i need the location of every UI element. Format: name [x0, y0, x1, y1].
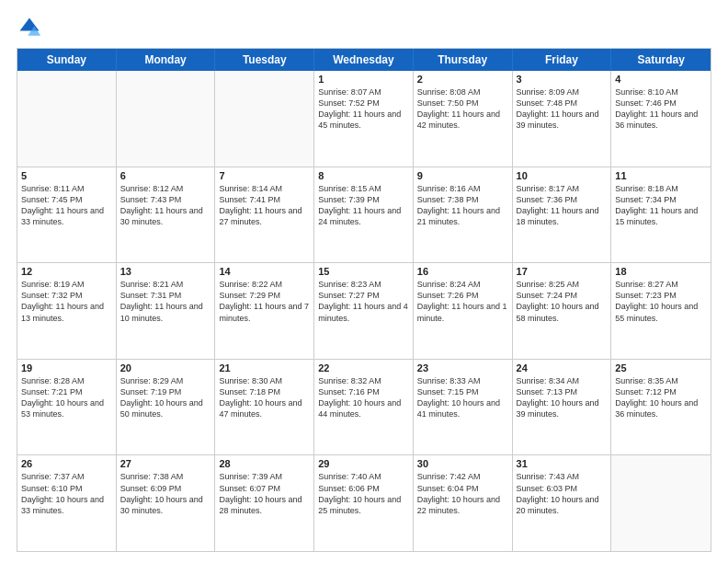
calendar-cell: 21Sunrise: 8:30 AMSunset: 7:18 PMDayligh…: [215, 360, 314, 455]
calendar-cell: [117, 71, 216, 167]
day-number: 9: [417, 170, 508, 181]
cell-info: Sunrise: 8:30 AMSunset: 7:18 PMDaylight:…: [219, 375, 310, 420]
calendar-row-1: 5Sunrise: 8:11 AMSunset: 7:45 PMDaylight…: [17, 167, 711, 263]
calendar-cell: 2Sunrise: 8:08 AMSunset: 7:50 PMDaylight…: [414, 71, 513, 167]
header-day-saturday: Saturday: [611, 49, 711, 71]
calendar-body: 1Sunrise: 8:07 AMSunset: 7:52 PMDaylight…: [17, 71, 711, 551]
logo: [17, 15, 46, 40]
cell-info: Sunrise: 7:42 AMSunset: 6:04 PMDaylight:…: [417, 471, 508, 516]
cell-info: Sunrise: 8:11 AMSunset: 7:45 PMDaylight:…: [21, 183, 112, 228]
calendar-cell: 14Sunrise: 8:22 AMSunset: 7:29 PMDayligh…: [215, 263, 314, 359]
day-number: 24: [517, 362, 608, 373]
cell-info: Sunrise: 8:16 AMSunset: 7:38 PMDaylight:…: [417, 183, 508, 228]
day-number: 17: [517, 266, 608, 277]
cell-info: Sunrise: 7:38 AMSunset: 6:09 PMDaylight:…: [120, 471, 211, 516]
cell-info: Sunrise: 7:43 AMSunset: 6:03 PMDaylight:…: [517, 471, 608, 516]
day-number: 1: [318, 74, 409, 85]
day-number: 31: [517, 458, 608, 469]
day-number: 20: [120, 362, 211, 373]
calendar-row-2: 12Sunrise: 8:19 AMSunset: 7:32 PMDayligh…: [17, 262, 711, 359]
cell-info: Sunrise: 8:10 AMSunset: 7:46 PMDaylight:…: [615, 86, 707, 132]
calendar-cell: 31Sunrise: 7:43 AMSunset: 6:03 PMDayligh…: [513, 455, 612, 551]
cell-info: Sunrise: 8:35 AMSunset: 7:12 PMDaylight:…: [615, 375, 707, 420]
cell-info: Sunrise: 8:21 AMSunset: 7:31 PMDaylight:…: [120, 279, 211, 324]
calendar-header: SundayMondayTuesdayWednesdayThursdayFrid…: [17, 49, 711, 71]
cell-info: Sunrise: 8:15 AMSunset: 7:39 PMDaylight:…: [318, 183, 409, 228]
day-number: 14: [219, 266, 310, 277]
cell-info: Sunrise: 8:12 AMSunset: 7:43 PMDaylight:…: [120, 183, 211, 228]
day-number: 23: [417, 362, 508, 373]
day-number: 26: [21, 458, 112, 469]
day-number: 7: [219, 170, 310, 181]
calendar: SundayMondayTuesdayWednesdayThursdayFrid…: [17, 48, 711, 552]
day-number: 18: [615, 266, 707, 277]
calendar-cell: 12Sunrise: 8:19 AMSunset: 7:32 PMDayligh…: [17, 263, 117, 359]
cell-info: Sunrise: 8:18 AMSunset: 7:34 PMDaylight:…: [615, 183, 707, 228]
calendar-cell: 1Sunrise: 8:07 AMSunset: 7:52 PMDaylight…: [314, 71, 414, 167]
calendar-cell: 13Sunrise: 8:21 AMSunset: 7:31 PMDayligh…: [117, 263, 216, 359]
day-number: 28: [219, 458, 310, 469]
day-number: 11: [615, 170, 707, 181]
cell-info: Sunrise: 8:22 AMSunset: 7:29 PMDaylight:…: [219, 279, 310, 324]
header-day-thursday: Thursday: [414, 49, 513, 71]
cell-info: Sunrise: 7:37 AMSunset: 6:10 PMDaylight:…: [21, 471, 112, 516]
calendar-cell: 9Sunrise: 8:16 AMSunset: 7:38 PMDaylight…: [414, 167, 513, 263]
cell-info: Sunrise: 8:07 AMSunset: 7:52 PMDaylight:…: [318, 86, 409, 132]
header-day-monday: Monday: [117, 49, 216, 71]
day-number: 3: [517, 74, 608, 85]
cell-info: Sunrise: 8:25 AMSunset: 7:24 PMDaylight:…: [517, 279, 608, 324]
calendar-cell: 5Sunrise: 8:11 AMSunset: 7:45 PMDaylight…: [17, 167, 117, 263]
cell-info: Sunrise: 8:28 AMSunset: 7:21 PMDaylight:…: [21, 375, 112, 420]
day-number: 13: [120, 266, 211, 277]
calendar-cell: 27Sunrise: 7:38 AMSunset: 6:09 PMDayligh…: [117, 455, 216, 551]
calendar-cell: 25Sunrise: 8:35 AMSunset: 7:12 PMDayligh…: [611, 360, 711, 455]
calendar-cell: 22Sunrise: 8:32 AMSunset: 7:16 PMDayligh…: [314, 360, 414, 455]
calendar-cell: [215, 71, 314, 167]
day-number: 8: [318, 170, 409, 181]
cell-info: Sunrise: 8:32 AMSunset: 7:16 PMDaylight:…: [318, 375, 409, 420]
cell-info: Sunrise: 8:19 AMSunset: 7:32 PMDaylight:…: [21, 279, 112, 324]
calendar-cell: 3Sunrise: 8:09 AMSunset: 7:48 PMDaylight…: [513, 71, 612, 167]
day-number: 27: [120, 458, 211, 469]
calendar-cell: 23Sunrise: 8:33 AMSunset: 7:15 PMDayligh…: [414, 360, 513, 455]
day-number: 29: [318, 458, 409, 469]
cell-info: Sunrise: 8:14 AMSunset: 7:41 PMDaylight:…: [219, 183, 310, 228]
calendar-row-3: 19Sunrise: 8:28 AMSunset: 7:21 PMDayligh…: [17, 359, 711, 455]
cell-info: Sunrise: 8:08 AMSunset: 7:50 PMDaylight:…: [417, 86, 508, 132]
logo-icon: [17, 15, 42, 40]
calendar-cell: 10Sunrise: 8:17 AMSunset: 7:36 PMDayligh…: [513, 167, 612, 263]
calendar-cell: 19Sunrise: 8:28 AMSunset: 7:21 PMDayligh…: [17, 360, 117, 455]
day-number: 15: [318, 266, 409, 277]
cell-info: Sunrise: 7:39 AMSunset: 6:07 PMDaylight:…: [219, 471, 310, 516]
day-number: 16: [417, 266, 508, 277]
header: [17, 15, 711, 40]
calendar-cell: 28Sunrise: 7:39 AMSunset: 6:07 PMDayligh…: [215, 455, 314, 551]
calendar-cell: 26Sunrise: 7:37 AMSunset: 6:10 PMDayligh…: [17, 455, 117, 551]
header-day-wednesday: Wednesday: [314, 49, 414, 71]
day-number: 2: [417, 74, 508, 85]
cell-info: Sunrise: 8:24 AMSunset: 7:26 PMDaylight:…: [417, 279, 508, 324]
calendar-cell: 7Sunrise: 8:14 AMSunset: 7:41 PMDaylight…: [215, 167, 314, 263]
header-day-friday: Friday: [513, 49, 612, 71]
calendar-cell: 18Sunrise: 8:27 AMSunset: 7:23 PMDayligh…: [611, 263, 711, 359]
day-number: 10: [517, 170, 608, 181]
calendar-cell: [17, 71, 117, 167]
calendar-row-0: 1Sunrise: 8:07 AMSunset: 7:52 PMDaylight…: [17, 71, 711, 167]
day-number: 21: [219, 362, 310, 373]
calendar-cell: [611, 455, 711, 551]
calendar-cell: 11Sunrise: 8:18 AMSunset: 7:34 PMDayligh…: [611, 167, 711, 263]
cell-info: Sunrise: 8:17 AMSunset: 7:36 PMDaylight:…: [517, 183, 608, 228]
calendar-cell: 24Sunrise: 8:34 AMSunset: 7:13 PMDayligh…: [513, 360, 612, 455]
header-day-sunday: Sunday: [17, 49, 117, 71]
cell-info: Sunrise: 8:33 AMSunset: 7:15 PMDaylight:…: [417, 375, 508, 420]
calendar-row-4: 26Sunrise: 7:37 AMSunset: 6:10 PMDayligh…: [17, 454, 711, 551]
calendar-cell: 17Sunrise: 8:25 AMSunset: 7:24 PMDayligh…: [513, 263, 612, 359]
calendar-cell: 20Sunrise: 8:29 AMSunset: 7:19 PMDayligh…: [117, 360, 216, 455]
day-number: 30: [417, 458, 508, 469]
calendar-cell: 6Sunrise: 8:12 AMSunset: 7:43 PMDaylight…: [117, 167, 216, 263]
calendar-cell: 15Sunrise: 8:23 AMSunset: 7:27 PMDayligh…: [314, 263, 414, 359]
cell-info: Sunrise: 7:40 AMSunset: 6:06 PMDaylight:…: [318, 471, 409, 516]
cell-info: Sunrise: 8:29 AMSunset: 7:19 PMDaylight:…: [120, 375, 211, 420]
day-number: 5: [21, 170, 112, 181]
calendar-cell: 30Sunrise: 7:42 AMSunset: 6:04 PMDayligh…: [414, 455, 513, 551]
